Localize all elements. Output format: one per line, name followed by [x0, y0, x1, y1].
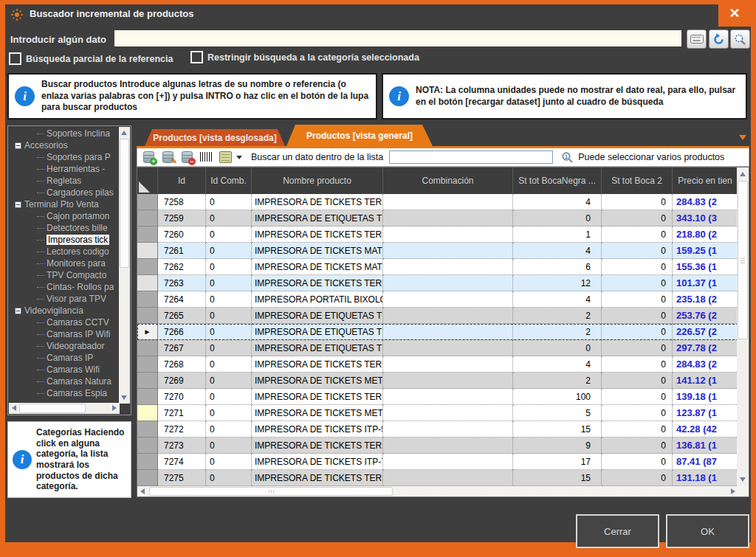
edit-record-button[interactable]: ✎ [161, 151, 176, 164]
table-row[interactable]: 7274 0 IMPRESORA DE TICKETS ITP-71-... 1… [137, 454, 738, 470]
tree-item[interactable]: Camaras Wifi [9, 364, 119, 376]
tree-item[interactable]: Visor para TPV [9, 293, 119, 305]
scroll-left-icon[interactable] [12, 405, 16, 411]
grid-vscroll-thumb[interactable] [738, 181, 748, 339]
delete-record-button[interactable]: − [180, 151, 195, 164]
tree-hscroll-thumb[interactable] [19, 404, 86, 413]
tree-item[interactable]: Terminal Pto Venta [9, 198, 119, 210]
row-selector[interactable] [137, 275, 158, 291]
tree-minus-icon[interactable] [15, 308, 21, 314]
scroll-up-icon[interactable] [121, 131, 127, 135]
tree-vertical-scrollbar[interactable] [119, 127, 130, 404]
table-row[interactable]: 7269 0 IMPRESORA DE TICKETS META... 2 0 … [137, 373, 738, 389]
cerrar-button[interactable]: Cerrar [576, 514, 659, 548]
row-selector[interactable] [137, 226, 158, 243]
table-row[interactable]: 7267 0 IMPRESORA DE ETIQUETAS TE... 0 0 … [137, 340, 738, 356]
table-row[interactable]: 7270 0 IMPRESORA DE TICKETS TERMI... 100… [137, 389, 738, 405]
tabstrip-dropdown-icon[interactable] [739, 135, 746, 140]
table-row[interactable]: 7259 0 IMPRESORA DE ETIQUETAS TE... 0 0 … [137, 210, 738, 226]
tree-horizontal-scrollbar[interactable] [9, 403, 120, 414]
table-row[interactable]: 7258 0 IMPRESORA DE TICKETS TERMI... 4 0… [137, 194, 738, 210]
column-header[interactable]: Combinación [383, 167, 513, 194]
add-record-button[interactable]: + [142, 151, 157, 164]
row-selector[interactable] [137, 437, 158, 454]
toolbar-dropdown-icon[interactable] [236, 156, 242, 159]
row-selector[interactable] [137, 259, 158, 275]
column-header[interactable]: Id [158, 167, 206, 194]
table-row[interactable]: 7272 0 IMPRESORA DE TICKETS ITP-58 15 0 … [137, 421, 738, 437]
table-row[interactable]: 7264 0 IMPRESORA PORTATIL BIXOLO... 4 0 … [137, 291, 738, 308]
select-all-corner-icon[interactable] [139, 181, 150, 193]
tab-productos-desglosada[interactable]: Productos [vista desglosada] [145, 129, 285, 146]
tree-item[interactable]: Impresoras tick [9, 234, 119, 246]
column-header[interactable]: Id Comb. [206, 167, 252, 194]
table-row[interactable]: ► 7266 0 IMPRESORA DE ETIQUETAS TE... 2 … [137, 324, 738, 340]
tree-item[interactable]: Cargadores pilas [9, 187, 119, 198]
tree-item[interactable]: Detectores bille [9, 222, 119, 234]
column-header[interactable]: Precio en tien [673, 167, 738, 194]
reload-dataset-button[interactable] [219, 151, 233, 164]
table-row[interactable]: 7260 0 IMPRESORA DE TICKETS TERMI... 1 0… [137, 226, 738, 243]
tree-item[interactable]: Regletas [9, 175, 119, 187]
row-selector[interactable] [137, 194, 158, 210]
row-selector[interactable] [137, 356, 158, 373]
tree-item[interactable]: Camaras Natura [9, 376, 119, 387]
tree-item[interactable]: Videovigilancia [9, 305, 119, 316]
table-row[interactable]: 7265 0 IMPRESORA DE ETIQUETAS TE... 2 0 … [137, 308, 738, 324]
checkbox-box-icon[interactable] [190, 51, 203, 63]
scroll-up-icon[interactable] [740, 172, 746, 176]
tree-item[interactable]: Camaras IP [9, 352, 119, 364]
scroll-right-icon[interactable] [731, 488, 735, 494]
close-button[interactable]: ✕ [718, 0, 751, 27]
row-selector[interactable] [137, 454, 158, 470]
tree-item[interactable]: Camaras CCTV [9, 316, 119, 328]
row-selector[interactable] [137, 470, 158, 486]
tree-item[interactable]: Camaras Espia [9, 387, 119, 399]
row-selector[interactable] [137, 373, 158, 389]
keyboard-button[interactable] [687, 30, 707, 49]
checkbox-box-icon[interactable] [9, 52, 21, 65]
tree-item[interactable]: Accesorios [9, 139, 119, 151]
tree-item[interactable]: Lectores codigo [9, 246, 119, 257]
row-selector[interactable] [137, 243, 158, 259]
scroll-down-icon[interactable] [121, 395, 127, 400]
tree-item[interactable]: Soportes Inclina [9, 128, 119, 139]
tree-vscroll-thumb[interactable] [120, 139, 129, 268]
grid-horizontal-scrollbar[interactable] [137, 486, 749, 497]
barcode-button[interactable] [199, 151, 214, 164]
table-row[interactable]: 7262 0 IMPRESORA DE TICKETS MATRI... 6 0… [137, 259, 738, 275]
tree-item[interactable]: Cintas- Rollos pa [9, 281, 119, 293]
checkbox-partial-search[interactable]: Búsqueda parcial de la referencia [9, 52, 173, 65]
row-selector[interactable]: ► [137, 324, 158, 340]
grid-hscroll-thumb[interactable] [149, 487, 393, 496]
row-selector[interactable] [137, 389, 158, 405]
table-row[interactable]: 7261 0 IMPRESORA DE TICKETS MATRI... 4 0… [137, 243, 738, 259]
zoom-button[interactable] [730, 30, 750, 49]
table-row[interactable]: 7275 0 IMPRESORA DE TICKETS TERMI... 15 … [137, 470, 738, 486]
column-header[interactable]: Nombre producto [252, 167, 383, 194]
tab-productos-general[interactable]: Productos [vista general] [286, 125, 433, 146]
ok-button[interactable]: OK [666, 514, 749, 548]
search-input[interactable] [114, 30, 681, 46]
tree-minus-icon[interactable] [15, 201, 21, 208]
row-selector[interactable] [137, 405, 158, 421]
grid-search-input[interactable] [389, 151, 553, 164]
row-selector[interactable] [137, 340, 158, 356]
table-row[interactable]: 7271 0 IMPRESORA DE TICKETS META... 5 0 … [137, 405, 738, 421]
row-selector[interactable] [137, 421, 158, 437]
table-row[interactable]: 7263 0 IMPRESORA DE TICKETS TERMI... 12 … [137, 275, 738, 291]
scroll-down-icon[interactable] [740, 477, 746, 482]
column-header[interactable]: St tot BocaNegra ... [513, 167, 602, 194]
column-header[interactable] [137, 167, 158, 194]
tree-item[interactable]: TPV Compacto [9, 269, 119, 281]
tree-item[interactable]: Camaras IP Wifi [9, 328, 119, 340]
tree-item[interactable]: Cajon portamon [9, 210, 119, 222]
tree-item[interactable]: Videograbador [9, 340, 119, 352]
tree-item[interactable]: Monitores para [9, 257, 119, 269]
table-row[interactable]: 7268 0 IMPRESORA DE TICKETS TERMI... 4 0… [137, 356, 738, 373]
table-row[interactable]: 7273 0 IMPRESORA DE TICKETS TERMI... 9 0… [137, 437, 738, 454]
tree-item[interactable]: Herramientas - [9, 163, 119, 175]
tree-item[interactable]: Soportes para P [9, 151, 119, 163]
row-selector[interactable] [137, 210, 158, 226]
tree-minus-icon[interactable] [15, 142, 21, 149]
